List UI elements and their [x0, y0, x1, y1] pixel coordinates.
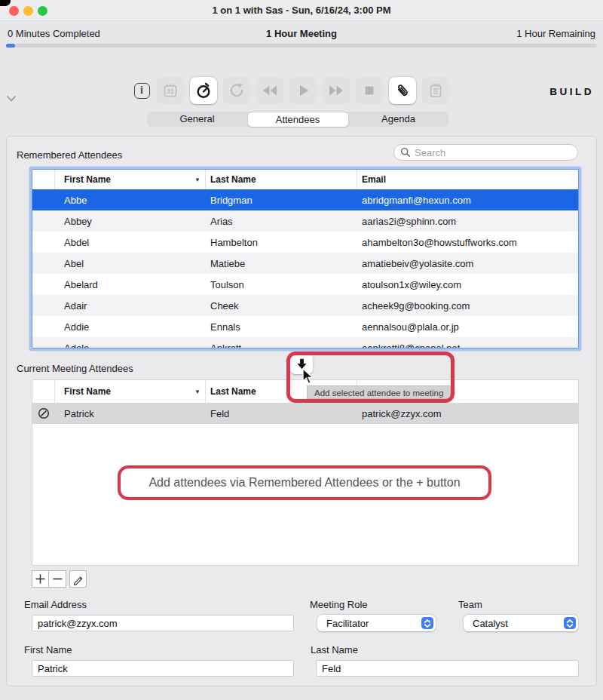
search-input[interactable]	[415, 147, 565, 158]
header-icon-column[interactable]	[32, 380, 55, 403]
search-field[interactable]	[393, 144, 578, 161]
last-name-field[interactable]	[317, 661, 578, 676]
email-field-wrap	[32, 615, 294, 631]
meeting-status-bar: 0 Minutes Completed 1 Hour Meeting 1 Hou…	[0, 21, 603, 44]
tab-general[interactable]: General	[147, 112, 247, 127]
first-name-label: First Name	[24, 644, 72, 655]
table-row[interactable]: AbbeBridgmanabridgmanfi@hexun.com	[32, 189, 578, 210]
fast-forward-button[interactable]	[323, 77, 350, 104]
title-bar: 1 on 1 with Sas - Sun, 6/16/24, 3:00 PM	[0, 0, 603, 21]
cell-last-name: Arias	[206, 216, 357, 227]
redo-circular-icon	[228, 81, 246, 100]
cell-first-name: Abbey	[55, 216, 206, 227]
tab-bar: General Attendees Agenda	[147, 112, 448, 127]
first-name-field[interactable]	[32, 661, 293, 676]
table-row[interactable]: AbelMatiebeamatiebeiv@yolasite.com	[32, 253, 578, 274]
restart-button[interactable]	[223, 77, 250, 104]
stop-icon	[360, 81, 378, 100]
rewind-button[interactable]	[256, 77, 283, 104]
cell-email: atoulson1x@wiley.com	[357, 279, 578, 290]
email-field[interactable]	[32, 616, 293, 631]
remembered-attendees-table: First Name ▼ Last Name Email AbbeBridgma…	[32, 169, 579, 348]
meeting-duration-label: 1 Hour Meeting	[0, 28, 603, 39]
popup-chevrons-icon	[564, 617, 576, 629]
table-header: First Name ▼ Last Name Email	[32, 170, 578, 189]
last-name-field-wrap	[316, 660, 579, 677]
calendar-31-icon: 31	[161, 81, 179, 100]
edit-attendee-button[interactable]	[69, 570, 87, 588]
minus-icon	[52, 573, 63, 585]
attachments-button[interactable]	[389, 77, 416, 104]
tab-agenda[interactable]: Agenda	[348, 112, 448, 127]
table-row[interactable]: AbbeyAriasaarias2i@sphinn.com	[32, 210, 578, 232]
cell-last-name: Ennals	[206, 321, 357, 333]
sort-descending-icon: ▼	[194, 177, 200, 183]
empty-state-message: Add attendees via Remembered Attendees o…	[118, 465, 491, 500]
cell-icon	[32, 274, 55, 295]
table-row[interactable]: AddieEnnalsaennalsou@plala.or.jp	[32, 316, 578, 337]
search-icon	[400, 147, 411, 158]
app-window: { "window": { "title": "1 on 1 with Sas …	[0, 0, 603, 700]
table-row[interactable]: AbdelHambeltonahambelton3o@howstuffworks…	[32, 232, 578, 253]
cell-last-name: Ankrett	[206, 342, 357, 349]
cell-icon	[32, 316, 55, 337]
remembered-attendees-title: Remembered Attendees	[17, 149, 122, 161]
table-row[interactable]: AdeleAnkrettaankretti8@cpanel.net	[32, 337, 578, 348]
cell-first-name: Abel	[55, 258, 206, 269]
table-row[interactable]: AdairCheekacheek9g@booking.com	[32, 295, 578, 316]
meeting-role-value: Facilitator	[326, 618, 369, 629]
fast-forward-icon	[327, 81, 345, 100]
cell-email: patrick@zzyx.com	[357, 408, 578, 419]
table-row[interactable]: PatrickFeldpatrick@zzyx.com	[32, 403, 578, 424]
cell-last-name: Toulson	[206, 279, 357, 290]
cell-email: acheek9g@booking.com	[357, 300, 578, 312]
pencil-icon	[72, 573, 84, 585]
timer-icon	[194, 81, 213, 100]
header-email[interactable]: Email	[357, 170, 578, 189]
table-row[interactable]: AbelardToulsonatoulson1x@wiley.com	[32, 274, 578, 295]
header-first-name[interactable]: First Name ▼	[55, 380, 206, 403]
email-address-label: Email Address	[24, 599, 87, 610]
current-table-body: PatrickFeldpatrick@zzyx.com	[32, 403, 578, 424]
cell-last-name: Hambelton	[206, 237, 357, 248]
cell-first-name: Patrick	[55, 408, 206, 419]
collapse-chevron-icon[interactable]	[6, 93, 17, 106]
meeting-role-select[interactable]: Facilitator	[317, 615, 436, 631]
info-icon: i	[134, 83, 150, 99]
remove-attendee-button[interactable]	[49, 570, 66, 588]
cell-last-name: Cheek	[206, 300, 357, 312]
cell-email: aennalsou@plala.or.jp	[357, 321, 578, 333]
add-selected-attendee-button[interactable]	[290, 353, 313, 374]
progress-fill	[6, 44, 15, 48]
calendar-button[interactable]: 31	[157, 77, 184, 104]
down-arrow-icon	[295, 357, 309, 371]
svg-text:31: 31	[167, 88, 174, 95]
tab-attendees[interactable]: Attendees	[248, 112, 348, 127]
header-first-name[interactable]: First Name ▼	[55, 170, 206, 189]
play-button[interactable]	[289, 77, 317, 104]
toolbar: i 31	[133, 77, 449, 104]
cell-email: amatiebeiv@yolasite.com	[357, 258, 578, 269]
timer-button[interactable]	[190, 77, 217, 104]
notes-button[interactable]	[422, 77, 449, 104]
header-last-name[interactable]: Last Name	[206, 170, 357, 189]
rewind-icon	[261, 81, 279, 100]
play-icon	[294, 81, 312, 100]
add-attendee-button[interactable]	[32, 570, 49, 588]
last-name-label: Last Name	[311, 644, 358, 655]
info-button[interactable]: i	[133, 77, 151, 104]
current-attendees-title: Current Meeting Attendees	[17, 363, 133, 374]
table-header: First Name ▼ Last Name Email	[32, 380, 578, 403]
cell-first-name: Abbe	[55, 195, 206, 206]
cell-email: aankretti8@cpanel.net	[357, 342, 578, 349]
stop-button[interactable]	[356, 77, 383, 104]
time-remaining-label: 1 Hour Remaining	[516, 28, 595, 39]
plus-icon	[35, 573, 46, 585]
header-icon-column[interactable]	[32, 170, 55, 189]
cell-first-name: Abelard	[55, 279, 206, 290]
not-attending-icon	[38, 407, 50, 419]
cell-icon	[32, 403, 55, 424]
brand-logo: BUILD	[549, 86, 594, 97]
team-select[interactable]: Catalyst	[464, 615, 578, 631]
meeting-progress-bar	[6, 44, 597, 48]
